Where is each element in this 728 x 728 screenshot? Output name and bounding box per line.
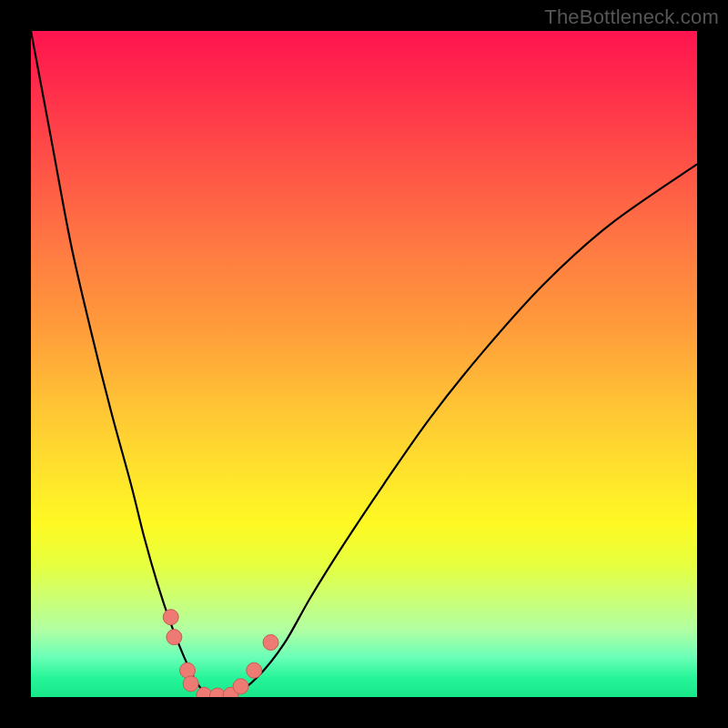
plot-area: [31, 31, 697, 697]
watermark-text: TheBottleneck.com: [544, 5, 719, 29]
curve-layer: [31, 31, 697, 697]
curve-markers: [163, 610, 278, 697]
curve-marker: [183, 676, 198, 692]
curve-marker: [247, 662, 262, 678]
curve-marker: [163, 610, 178, 625]
bottleneck-curve: [31, 31, 697, 697]
curve-marker: [263, 634, 278, 650]
chart-stage: TheBottleneck.com: [0, 0, 728, 728]
curve-marker: [233, 679, 248, 694]
curve-marker: [167, 630, 182, 645]
